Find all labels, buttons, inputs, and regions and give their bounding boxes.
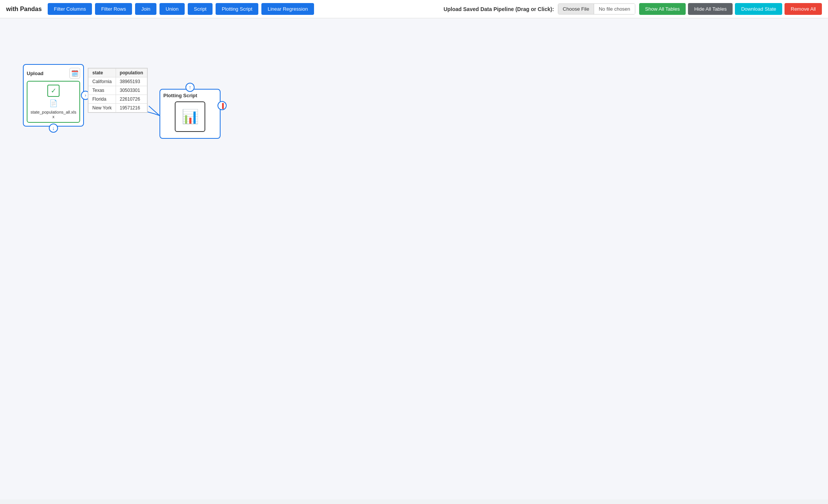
plotting-connector-right[interactable]: ▐: [217, 101, 227, 110]
checkmark-icon: ✓: [47, 85, 60, 97]
file-name-display: No file chosen: [594, 4, 635, 14]
plotting-node[interactable]: Plotting Script ▐ 📊 ↑: [159, 89, 221, 139]
plotting-icon-box: 📊: [175, 101, 205, 132]
upload-node[interactable]: Upload 🗓️ ✓ 📄 state_populations_all.xlsx…: [23, 64, 84, 127]
script-button[interactable]: Script: [188, 3, 213, 15]
cell-state: California: [89, 77, 116, 86]
data-table: state population California38965193Texas…: [88, 68, 147, 112]
table-row: California38965193: [89, 77, 147, 86]
upload-node-title: Upload: [27, 71, 43, 76]
upload-label: Upload Saved Data Pipeline (Drag or Clic…: [443, 6, 554, 12]
file-doc-icon: 📄: [49, 99, 58, 108]
table-row: Florida22610726: [89, 95, 147, 104]
action-buttons: Show All Tables Hide All Tables Download…: [639, 3, 822, 15]
table-row: Texas30503301: [89, 86, 147, 95]
page-title: with Pandas: [6, 6, 42, 13]
table-icon: 🗓️: [69, 68, 80, 79]
upload-connector-bottom[interactable]: ↓: [49, 124, 58, 133]
download-state-button[interactable]: Download State: [735, 3, 782, 15]
svg-line-1: [149, 106, 159, 116]
table-row: New York19571216: [89, 104, 147, 112]
join-button[interactable]: Join: [135, 3, 156, 15]
cell-state: Texas: [89, 86, 116, 95]
hide-all-tables-button[interactable]: Hide All Tables: [688, 3, 733, 15]
union-button[interactable]: Union: [159, 3, 185, 15]
node-filename: state_populations_all.xlsx: [31, 110, 76, 119]
remove-all-button[interactable]: Remove All: [785, 3, 822, 15]
upload-file-box: ✓ 📄 state_populations_all.xlsx: [27, 81, 80, 123]
cell-population: 30503301: [116, 86, 147, 95]
upload-node-header: Upload 🗓️: [27, 68, 80, 79]
filter-columns-button[interactable]: Filter Columns: [48, 3, 92, 15]
cell-population: 19571216: [116, 104, 147, 112]
plotting-node-header: Plotting Script ▐: [163, 93, 217, 98]
cell-population: 22610726: [116, 95, 147, 104]
choose-file-button[interactable]: Choose File: [558, 4, 594, 14]
upload-section: Upload Saved Data Pipeline (Drag or Clic…: [443, 3, 822, 15]
plotting-node-title: Plotting Script: [163, 93, 197, 98]
linear-regression-button[interactable]: Linear Regression: [261, 3, 314, 15]
data-table-float: state population California38965193Texas…: [88, 68, 148, 113]
cell-state: Florida: [89, 95, 116, 104]
plotting-script-button[interactable]: Plotting Script: [216, 3, 258, 15]
filter-rows-button[interactable]: Filter Rows: [95, 3, 132, 15]
col-header-population: population: [116, 69, 147, 77]
col-header-state: state: [89, 69, 116, 77]
plotting-connector-top[interactable]: ↑: [185, 83, 195, 92]
file-input-wrapper: Choose File No file chosen: [558, 3, 635, 14]
show-all-tables-button[interactable]: Show All Tables: [639, 3, 686, 15]
cell-population: 38965193: [116, 77, 147, 86]
top-bar: with Pandas Filter Columns Filter Rows J…: [0, 0, 828, 18]
cell-state: New York: [89, 104, 116, 112]
canvas-area: Upload 🗓️ ✓ 📄 state_populations_all.xlsx…: [0, 18, 828, 499]
